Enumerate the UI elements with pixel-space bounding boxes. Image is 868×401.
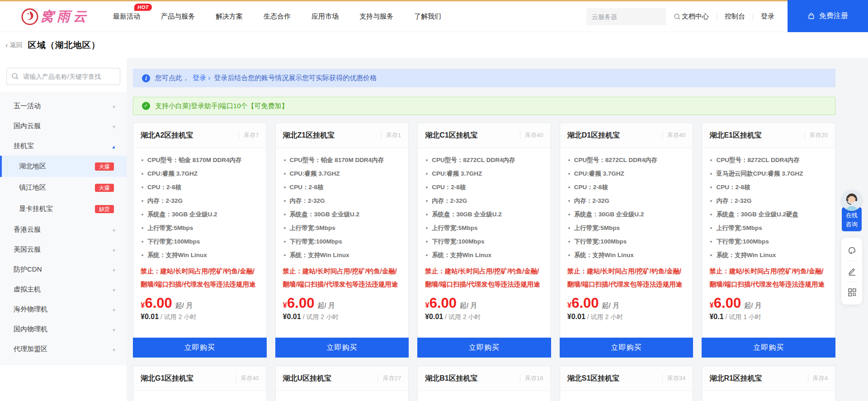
spec-item: 系统盘：30GB 企业级U.2硬盘	[709, 208, 828, 221]
spec-item: CPU：2-8核	[425, 181, 543, 194]
forbidden-usage-note: 禁止：建站/长时间占用/挖矿/钓鱼/金融/翻墙/端口扫描/代理发包等违法违规用途	[283, 265, 401, 291]
sidebar-group-label: 五一活动	[14, 102, 41, 110]
console-link[interactable]: 控制台	[717, 12, 753, 21]
support-agent-avatar[interactable]	[841, 190, 862, 211]
nav-item-marketplace[interactable]: 应用市场	[311, 12, 339, 21]
forbidden-usage-note: 禁止：建站/长时间占用/挖矿/钓鱼/金融/翻墙/端口扫描/代理发包等违法违规用途	[141, 265, 259, 291]
buy-now-button[interactable]: 立即购买	[560, 338, 693, 358]
sidebar-group[interactable]: 五一活动	[0, 96, 127, 116]
docs-link[interactable]: 文档中心	[674, 12, 717, 21]
sidebar-item-zhenjiang[interactable]: 镇江地区 火爆	[0, 177, 127, 198]
card-header: 湖北D1区挂机宝 库存40	[560, 123, 693, 148]
back-button[interactable]: 返回	[5, 41, 23, 49]
spec-item: 系统：支持Win Linux	[141, 248, 259, 262]
stock-badge: 库存40	[520, 131, 543, 139]
spec-item: CPU：2-8核	[709, 181, 828, 194]
price-currency: ¥	[141, 301, 145, 310]
buy-now-button[interactable]: 立即购买	[275, 338, 409, 358]
spec-item: CPU:睿频 3.7GHZ	[425, 167, 543, 181]
hot-status-badge: 火爆	[95, 184, 114, 192]
sidebar-group-label: 美国云服	[14, 245, 41, 254]
nav-item-about[interactable]: 了解我们	[414, 12, 441, 21]
sidebar-group-guajibao[interactable]: 挂机宝	[0, 136, 127, 156]
product-grid: 湖北A2区挂机宝 库存7 CPU型号：铂金 8170M DDR4内存CPU:睿频…	[133, 123, 835, 358]
sidebar-group[interactable]: 海外物理机	[0, 299, 127, 319]
buy-now-button[interactable]: 立即购买	[133, 338, 267, 358]
stock-badge: 库存27	[378, 374, 401, 382]
card-header: 湖北B1区挂机宝 库存16	[418, 366, 551, 391]
logo[interactable]: 窝雨云	[21, 8, 90, 26]
login-link[interactable]: 登录	[753, 12, 782, 21]
price: ¥ 6.00 起/ 月	[425, 295, 543, 311]
card-header: 湖北G1区挂机宝 库存40	[133, 366, 266, 391]
price-currency: ¥	[425, 301, 429, 310]
nav-item-products[interactable]: 产品与服务	[161, 12, 195, 21]
price: ¥ 6.00 起/ 月	[567, 295, 686, 311]
product-card: 湖北C1区挂机宝 库存40 CPU型号：8272CL DDR4内存CPU:睿频 …	[417, 123, 551, 358]
nav-label: 产品与服务	[161, 12, 195, 20]
price-currency: ¥	[283, 301, 287, 310]
sidebar-group-label: 虚拟主机	[14, 285, 41, 294]
stock-badge: 库存4	[808, 374, 828, 382]
card-header: 湖北A2区挂机宝 库存7	[133, 123, 266, 148]
nav-item-support[interactable]: 支持与服务	[359, 12, 393, 21]
header-search-input[interactable]	[592, 13, 674, 20]
spec-item: 内存：2-32G	[141, 194, 259, 208]
card-header: 湖北U区挂机宝 库存27	[276, 366, 409, 391]
sidebar-group[interactable]: 美国云服	[0, 239, 127, 259]
login-banner-link[interactable]: 登录 ›	[193, 74, 210, 82]
register-button[interactable]: 免费注册	[788, 0, 868, 32]
sidebar-group-label: 代理加盟区	[14, 345, 47, 353]
sidebar-item-gpu-guajibao[interactable]: 显卡挂机宝 缺货	[0, 198, 127, 220]
stock-badge: 库存16	[520, 374, 543, 382]
sidebar-item-label: 镇江地区	[19, 183, 46, 192]
hot-status-badge: 火爆	[95, 162, 114, 171]
chevron-down-icon	[112, 306, 115, 313]
spec-item: 系统盘：30GB 企业级U.2	[283, 208, 401, 221]
sidebar-group[interactable]: 防护CDN	[0, 259, 127, 279]
sidebar-group[interactable]: 国内物理机	[0, 319, 127, 339]
spec-item: 内存：2-32G	[709, 194, 828, 208]
hot-badge: HOT	[134, 4, 152, 11]
buy-now-button[interactable]: 立即购买	[417, 338, 551, 358]
qrcode-button[interactable]	[841, 282, 862, 302]
nav-item-solutions[interactable]: 解决方案	[216, 12, 243, 21]
spec-item: CPU:睿频 3.7GHZ	[567, 167, 686, 181]
nav-item-ecosystem[interactable]: 生态合作	[264, 12, 291, 21]
spec-item: 系统盘：30GB 企业级U.2	[567, 208, 686, 221]
buy-now-button[interactable]: 立即购买	[702, 338, 835, 358]
chevron-down-icon	[112, 286, 115, 293]
card-title: 湖北G1区挂机宝	[141, 374, 193, 383]
sidebar-group[interactable]: 虚拟主机	[0, 279, 127, 299]
trial-note: / 试用 2 小时	[587, 313, 623, 320]
card-header: 湖北R1区挂机宝 库存4	[702, 366, 835, 391]
chevron-up-icon	[112, 142, 115, 150]
price: ¥ 6.00 起/ 月	[709, 295, 828, 311]
stock-badge: 库存34	[662, 374, 685, 382]
sidebar-group-label: 防护CDN	[14, 265, 42, 274]
spec-item: 下行带宽:100Mbps	[283, 235, 401, 248]
spec-list: CPU型号：8272CL DDR4内存CPU:睿频 3.7GHZCPU：2-8核…	[425, 153, 543, 262]
sidebar-group-label: 国内物理机	[14, 325, 47, 334]
trial-price: ¥0.01	[567, 313, 585, 320]
customer-service-button[interactable]	[841, 240, 862, 261]
card-body: CPU型号：8272CL DDR4内存CPU:睿频 3.7GHZCPU：2-8核…	[560, 148, 693, 321]
trial-note: / 试用 1 小时	[726, 313, 761, 320]
card-header: 湖北E1区挂机宝 库存20	[702, 123, 835, 148]
sidebar-group[interactable]: 代理加盟区	[0, 339, 127, 359]
sidebar-search[interactable]	[6, 68, 120, 85]
sidebar-group[interactable]: 香港云服	[0, 220, 127, 239]
nav-item-activities[interactable]: 最新活动 HOT	[113, 12, 140, 21]
header-search[interactable]	[586, 8, 666, 25]
spec-item: 系统：支持Win Linux	[425, 248, 543, 262]
feedback-button[interactable]	[841, 261, 862, 282]
sidebar-search-input[interactable]	[6, 68, 120, 85]
sidebar-item-hubei[interactable]: 湖北地区 火爆	[0, 156, 127, 177]
chevron-down-icon	[112, 325, 115, 333]
product-card: 湖北B1区挂机宝 库存16	[417, 366, 551, 401]
nav-label: 生态合作	[264, 12, 291, 20]
card-header: 湖北Z1区挂机宝 库存1	[276, 123, 409, 148]
floating-contact-widget: 在线咨询	[840, 190, 863, 305]
sidebar-group[interactable]: 国内云服	[0, 116, 127, 136]
card-body: CPU型号：8272CL DDR4内存CPU:睿频 3.7GHZCPU：2-8核…	[418, 148, 551, 321]
